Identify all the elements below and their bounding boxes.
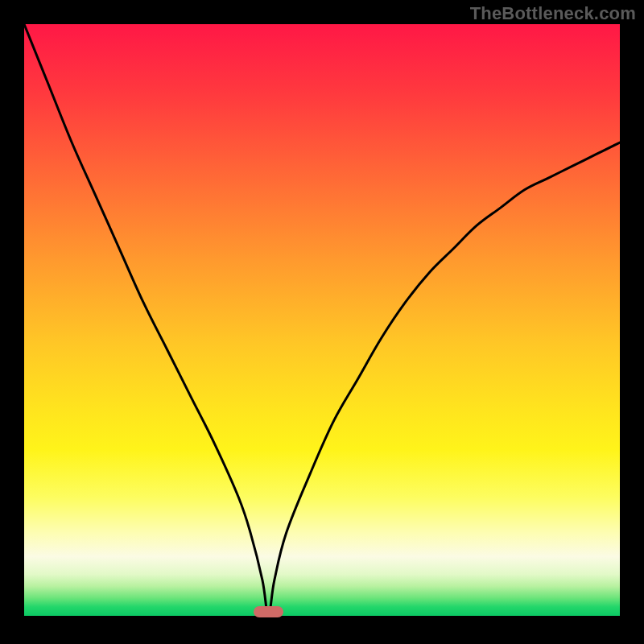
chart-frame: TheBottleneck.com bbox=[0, 0, 644, 644]
optimal-marker bbox=[254, 606, 283, 617]
plot-area bbox=[24, 24, 620, 616]
bottleneck-curve bbox=[24, 24, 620, 616]
watermark-text: TheBottleneck.com bbox=[470, 3, 636, 24]
